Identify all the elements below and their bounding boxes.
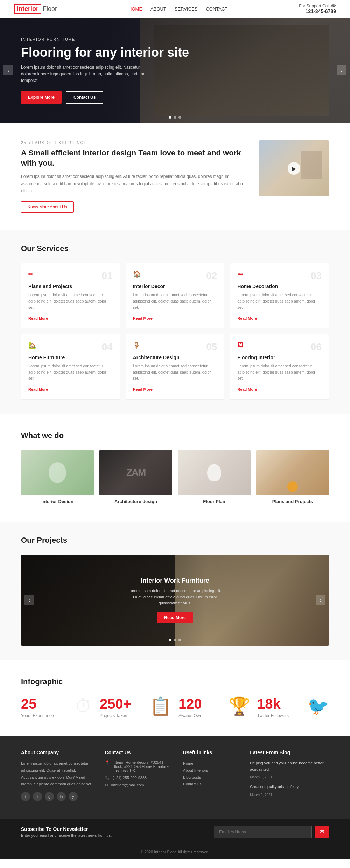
whatwedo-label-1: Interior Design xyxy=(21,499,94,504)
social-linkedin[interactable]: in xyxy=(57,792,66,801)
footer-email: ✉ Interiors@mail.com xyxy=(105,783,173,787)
service-number-3: 03 xyxy=(311,270,322,282)
email-icon: ✉ xyxy=(105,783,108,787)
infographic-item-4: 18k Twitter Followers 🐦 xyxy=(257,696,329,718)
service-readmore-2[interactable]: Read More xyxy=(133,316,153,320)
service-name-5: Architecture Design xyxy=(133,355,217,360)
whatwedo-grid: Interior Design ZAM Architecture design … xyxy=(21,450,329,504)
service-number-1: 01 xyxy=(102,270,113,282)
footer-link-blog[interactable]: Blog posts xyxy=(183,774,239,781)
nav-links: HOME ABOUT SERVICES CONTACT xyxy=(128,6,227,12)
service-desc-1: Lorem ipsum dolor sit amet sed consectet… xyxy=(28,292,113,311)
whatwedo-item-3[interactable]: Floor Plan xyxy=(178,450,251,504)
projects-content: Interior Work Furniture Lorem ipsum dolo… xyxy=(126,577,224,623)
whatwedo-item-2[interactable]: ZAM Architecture design xyxy=(99,450,172,504)
infographic-item-2: 250+ Projects Taken 📋 xyxy=(100,696,172,718)
projects-title: Our Projects xyxy=(21,536,329,545)
newsletter-desc: Enter your email and receive the latest … xyxy=(21,833,112,838)
whatwedo-item-4[interactable]: Plans and Projects xyxy=(256,450,329,504)
footer-blog-item-2: Creating quality urban lifestyles. March… xyxy=(250,784,329,798)
hero-title: Flooring for any interior site xyxy=(21,45,189,60)
infographic-grid: 25 Years Experience ⏱ 250+ Projects Take… xyxy=(21,696,329,718)
whatwedo-item-1[interactable]: Interior Design xyxy=(21,450,94,504)
hero-dots xyxy=(169,116,181,119)
service-icon-3: 🛏 xyxy=(237,270,247,280)
footer-phone: 📞 (+21) 255-999-9888 xyxy=(105,776,173,780)
footer-bottom: © 2020 Interior Floor. All rights reserv… xyxy=(0,845,350,859)
know-more-button[interactable]: Know More About Us xyxy=(21,201,74,213)
footer-grid: About Company Lorem ipsum dolor sit amet… xyxy=(21,750,329,801)
service-desc-4: Lorem ipsum dolor sit amet sed consectet… xyxy=(28,363,113,382)
infographic-bg-icon-3: 🏆 xyxy=(229,696,250,716)
about-image: ▶ xyxy=(259,140,329,196)
service-readmore-3[interactable]: Read More xyxy=(237,316,257,320)
service-readmore-4[interactable]: Read More xyxy=(28,387,48,391)
hero-next-button[interactable]: › xyxy=(337,65,346,75)
footer-link-home[interactable]: Home xyxy=(183,760,239,767)
services-grid: 01 ✏ Plans and Projects Lorem ipsum dolo… xyxy=(21,263,329,400)
footer-blog-link-2[interactable]: Creating quality urban lifestyles. xyxy=(250,784,329,790)
projects-dots xyxy=(169,639,181,641)
infographic-item-3: 120 Awards Own 🏆 xyxy=(178,696,250,718)
newsletter-text: Subscribe To Our Newsletter Enter your e… xyxy=(21,826,112,838)
whatwedo-image-4 xyxy=(256,450,329,495)
footer-about-col: About Company Lorem ipsum dolor sit amet… xyxy=(21,750,94,801)
about-img-panel xyxy=(301,151,322,179)
contact-us-hero-button[interactable]: Contact Us xyxy=(66,91,103,104)
service-card-1: 01 ✏ Plans and Projects Lorem ipsum dolo… xyxy=(21,263,120,328)
service-readmore-6[interactable]: Read More xyxy=(237,387,257,391)
social-youtube[interactable]: y xyxy=(69,792,78,801)
about-title: A Small efficient Interior design Team l… xyxy=(21,148,245,168)
whatwedo-image-2: ZAM xyxy=(99,450,172,495)
projects-readmore-button[interactable]: Read More xyxy=(157,612,192,623)
projects-dot-1[interactable] xyxy=(169,639,172,641)
hero-dot-2[interactable] xyxy=(174,116,176,119)
hero-dot-3[interactable] xyxy=(178,116,181,119)
hero-dot-1[interactable] xyxy=(169,116,172,119)
service-icon-4: 🏡 xyxy=(28,341,38,351)
infographic-bg-icon-1: ⏱ xyxy=(75,696,93,716)
service-card-2: 02 🏠 Interior Decor Lorem ipsum dolor si… xyxy=(126,263,225,328)
footer-links-col: Useful Links Home About Interiors Blog p… xyxy=(183,750,239,801)
hero-description: Lorem ipsum dolor sit amet consectetur a… xyxy=(21,64,154,84)
footer-blog-title: Latest From Blog xyxy=(250,750,329,755)
newsletter-email-input[interactable] xyxy=(214,826,312,838)
footer-link-about[interactable]: About Interiors xyxy=(183,767,239,774)
service-readmore-5[interactable]: Read More xyxy=(133,387,153,391)
newsletter-submit-button[interactable]: ✉ xyxy=(315,826,329,838)
service-number-2: 02 xyxy=(206,270,217,282)
projects-dot-3[interactable] xyxy=(178,639,181,641)
service-name-2: Interior Decor xyxy=(133,284,217,289)
projects-next-button[interactable]: › xyxy=(316,595,326,605)
footer-blog-item-1: Helping you and your house become better… xyxy=(250,760,329,780)
social-google[interactable]: g xyxy=(45,792,54,801)
service-number-5: 05 xyxy=(206,341,217,353)
services-section: Our Services 01 ✏ Plans and Projects Lor… xyxy=(0,230,350,414)
nav-services[interactable]: SERVICES xyxy=(175,6,198,12)
play-button[interactable]: ▶ xyxy=(288,162,300,175)
footer-link-contact[interactable]: Contact us xyxy=(183,781,239,788)
footer-about-title: About Company xyxy=(21,750,94,755)
nav-home[interactable]: HOME xyxy=(128,6,142,12)
service-readmore-1[interactable]: Read More xyxy=(28,316,48,320)
projects-prev-button[interactable]: ‹ xyxy=(24,595,34,605)
nav-about[interactable]: ABOUT xyxy=(150,6,166,12)
social-twitter[interactable]: t xyxy=(33,792,42,801)
projects-section: Our Projects ‹ Interior Work Furniture L… xyxy=(0,522,350,660)
hero-subtitle: INTERIOR FURNITURE xyxy=(21,37,189,41)
service-name-4: Home Furniture xyxy=(28,355,113,360)
service-name-3: Home Decoration xyxy=(237,284,322,289)
footer-social: f t g in y xyxy=(21,792,94,801)
explore-more-button[interactable]: Explore More xyxy=(21,91,62,104)
nav-contact[interactable]: CONTACT xyxy=(206,6,227,12)
service-number-6: 06 xyxy=(311,341,322,353)
footer-blog-link-1[interactable]: Helping you and your house become better… xyxy=(250,760,329,772)
about-section: 25 YEARS OF EXPERIENCE A Small efficient… xyxy=(0,123,350,230)
infographic-section: Infographic 25 Years Experience ⏱ 250+ P… xyxy=(0,660,350,736)
social-facebook[interactable]: f xyxy=(21,792,30,801)
infographic-item-1: 25 Years Experience ⏱ xyxy=(21,696,93,718)
projects-dot-2[interactable] xyxy=(174,639,176,641)
about-text: 25 YEARS OF EXPERIENCE A Small efficient… xyxy=(21,140,245,213)
copyright: © 2020 Interior Floor. All rights reserv… xyxy=(140,850,209,854)
footer-blog-date-1: March 9, 2021 xyxy=(250,775,272,779)
